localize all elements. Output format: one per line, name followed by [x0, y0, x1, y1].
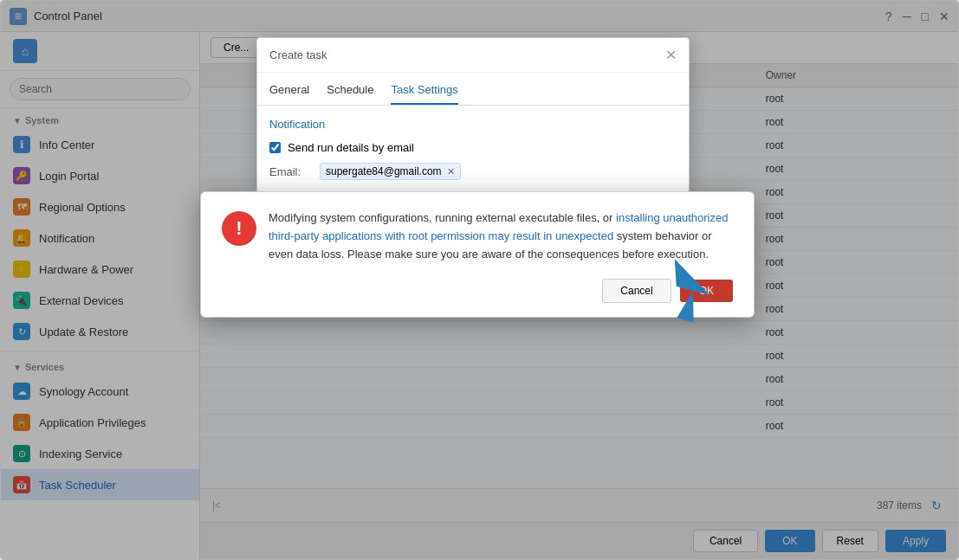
- dialog-header: Create task ✕: [257, 38, 689, 73]
- tab-general[interactable]: General: [269, 80, 309, 105]
- warning-content: ! Modifying system configurations, runni…: [222, 209, 733, 263]
- warning-buttons: Cancel OK: [222, 279, 733, 303]
- arrow-annotation: [658, 256, 728, 325]
- warning-icon-wrap: !: [222, 211, 256, 263]
- dialog-tabs: General Schedule Task Settings: [257, 73, 689, 106]
- dialog-close-button[interactable]: ✕: [665, 47, 677, 63]
- control-panel-window: ⊞ Control Panel ? ─ □ ✕ ⌂ ▼ System: [0, 0, 959, 560]
- tab-task-settings[interactable]: Task Settings: [391, 80, 457, 105]
- notification-title: Notification: [269, 118, 677, 131]
- warning-dialog: ! Modifying system configurations, runni…: [200, 191, 755, 318]
- dialog-title: Create task: [269, 48, 327, 61]
- send-email-checkbox[interactable]: [269, 142, 281, 153]
- dialog-body: Notification Send run details by email E…: [257, 106, 689, 192]
- email-tag: supergate84@gmail.com ✕: [320, 163, 461, 180]
- send-email-label: Send run details by email: [288, 141, 414, 154]
- tab-schedule[interactable]: Schedule: [327, 80, 373, 105]
- svg-marker-0: [660, 260, 716, 325]
- warning-text: Modifying system configurations, running…: [269, 209, 733, 263]
- email-label: Email:: [269, 165, 313, 178]
- create-task-dialog: Create task ✕ General Schedule Task Sett…: [256, 37, 690, 193]
- email-tag-close[interactable]: ✕: [447, 166, 455, 177]
- email-row: Email: supergate84@gmail.com ✕: [269, 163, 677, 180]
- email-value: supergate84@gmail.com: [326, 165, 442, 177]
- warning-icon: !: [222, 211, 256, 246]
- highlight-text: installing unauthorized third-party appl…: [269, 211, 728, 242]
- checkbox-row: Send run details by email: [269, 141, 677, 154]
